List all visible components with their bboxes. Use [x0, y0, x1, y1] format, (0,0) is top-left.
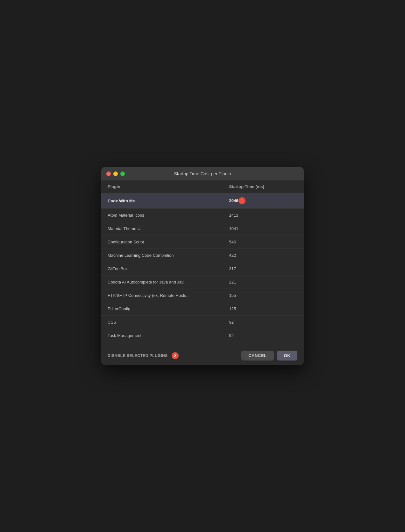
plugin-table: Plugin Startup Time (ms) Code With Me204…	[101, 180, 304, 346]
startup-time-dialog: Startup Time Cost per Plugin Plugin Star…	[101, 167, 304, 365]
startup-time-cell: 155	[223, 289, 304, 302]
disable-selected-label: DISABLE SELECTED PLUGINS	[108, 354, 168, 358]
plugin-name-cell: GitToolBox	[101, 262, 223, 276]
dialog-title: Startup Time Cost per Plugin	[174, 171, 231, 176]
table-row[interactable]: CSS92	[101, 316, 304, 329]
footer-right: CANCEL OK	[241, 351, 297, 360]
startup-time-value: 155	[229, 293, 236, 298]
plugin-name-cell: CSS	[101, 316, 223, 329]
plugin-name-cell: Task Management	[101, 329, 223, 342]
row-badge: 1	[238, 197, 245, 204]
plugin-name-cell: Vue.js	[101, 342, 223, 346]
startup-time-cell: 1413	[223, 209, 304, 222]
ok-button[interactable]: OK	[277, 351, 298, 360]
startup-time-value: 221	[229, 280, 236, 284]
table-row[interactable]: Vue.js89	[101, 342, 304, 346]
table-row[interactable]: EditorConfig125	[101, 302, 304, 316]
close-button[interactable]	[106, 172, 111, 176]
plugin-column-header: Plugin	[101, 180, 223, 193]
startup-time-value: 2046	[229, 198, 238, 203]
startup-time-cell: 20461	[223, 193, 304, 209]
table-row[interactable]: GitToolBox317	[101, 262, 304, 276]
maximize-button[interactable]	[120, 172, 125, 176]
table-row[interactable]: Task Management92	[101, 329, 304, 342]
plugin-name-cell: Machine Learning Code Completion	[101, 249, 223, 262]
table-row[interactable]: Material Theme UI1041	[101, 222, 304, 235]
plugin-name-cell: EditorConfig	[101, 302, 223, 316]
dialog-footer: DISABLE SELECTED PLUGINS 2 CANCEL OK	[101, 346, 304, 365]
footer-left: DISABLE SELECTED PLUGINS 2	[108, 352, 179, 359]
startup-time-cell: 546	[223, 235, 304, 249]
table-row[interactable]: Configuration Script546	[101, 235, 304, 249]
startup-time-cell: 221	[223, 276, 304, 289]
startup-time-column-header: Startup Time (ms)	[223, 180, 304, 193]
plugin-name-cell: Atom Material Icons	[101, 209, 223, 222]
plugin-table-container: Plugin Startup Time (ms) Code With Me204…	[101, 180, 304, 346]
startup-time-value: 1041	[229, 226, 238, 231]
startup-time-value: 125	[229, 306, 236, 311]
startup-time-cell: 89	[223, 342, 304, 346]
plugin-name-cell: Codota AI Autocomplete for Java and Jav.…	[101, 276, 223, 289]
startup-time-value: 546	[229, 240, 236, 244]
startup-time-value: 422	[229, 253, 236, 258]
disable-selected-button[interactable]: DISABLE SELECTED PLUGINS	[108, 352, 168, 359]
startup-time-cell: 92	[223, 329, 304, 342]
startup-time-cell: 317	[223, 262, 304, 276]
table-row[interactable]: Code With Me20461	[101, 193, 304, 209]
disable-badge: 2	[172, 352, 179, 359]
table-row[interactable]: Machine Learning Code Completion422	[101, 249, 304, 262]
startup-time-value: 92	[229, 320, 234, 325]
plugin-name-cell: FTP/SFTP Connectivity (ex. Remote Hosts.…	[101, 289, 223, 302]
window-controls	[106, 172, 125, 176]
minimize-button[interactable]	[113, 172, 118, 176]
plugin-name-cell: Configuration Script	[101, 235, 223, 249]
table-row[interactable]: Atom Material Icons1413	[101, 209, 304, 222]
startup-time-value: 317	[229, 266, 236, 271]
startup-time-cell: 422	[223, 249, 304, 262]
startup-time-value: 1413	[229, 213, 238, 218]
titlebar: Startup Time Cost per Plugin	[101, 167, 304, 180]
plugin-name-cell: Material Theme UI	[101, 222, 223, 235]
startup-time-cell: 92	[223, 316, 304, 329]
table-header-row: Plugin Startup Time (ms)	[101, 180, 304, 193]
plugin-name-cell: Code With Me	[101, 193, 223, 209]
startup-time-value: 92	[229, 333, 234, 338]
cancel-button[interactable]: CANCEL	[241, 351, 274, 360]
startup-time-cell: 1041	[223, 222, 304, 235]
startup-time-cell: 125	[223, 302, 304, 316]
table-row[interactable]: FTP/SFTP Connectivity (ex. Remote Hosts.…	[101, 289, 304, 302]
table-row[interactable]: Codota AI Autocomplete for Java and Jav.…	[101, 276, 304, 289]
